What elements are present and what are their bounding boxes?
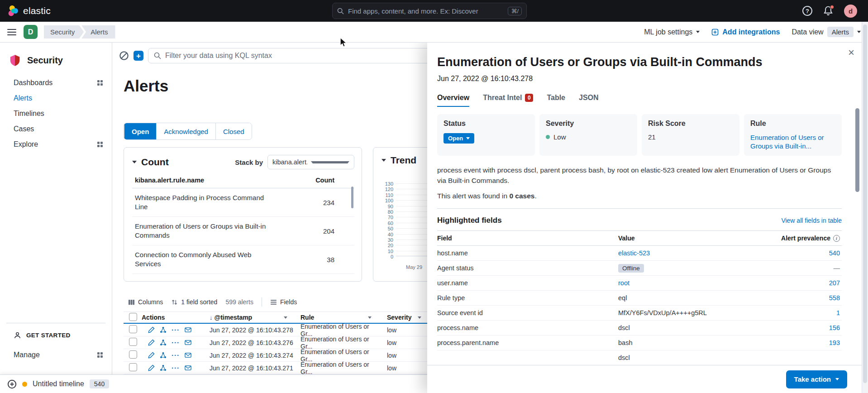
sidebar-item[interactable]: Dashboards	[0, 75, 112, 91]
analyze-event-icon[interactable]	[160, 364, 167, 371]
add-timeline-icon[interactable]	[7, 379, 17, 389]
field-prevalence[interactable]: —	[834, 264, 840, 272]
row-checkbox[interactable]	[129, 363, 137, 371]
column-menu-icon[interactable]	[284, 316, 287, 319]
scrollbar-thumb[interactable]	[863, 24, 867, 383]
data-view-picker[interactable]: Data view Alerts	[792, 27, 861, 37]
tab-table[interactable]: Table	[547, 94, 565, 107]
add-to-timeline-icon[interactable]	[185, 339, 191, 346]
notifications-bell-icon[interactable]	[823, 6, 833, 16]
get-started-link[interactable]: GET STARTED	[14, 331, 71, 339]
breadcrumb-security[interactable]: Security	[44, 25, 84, 38]
select-all-checkbox[interactable]	[129, 313, 137, 321]
field-value[interactable]: dscl	[618, 354, 630, 361]
analyze-event-icon[interactable]	[160, 339, 167, 346]
sidebar-item-manage[interactable]: Manage	[14, 351, 103, 359]
field-prevalence[interactable]: 540	[829, 249, 840, 257]
timeline-title[interactable]: Untitled timeline	[33, 380, 84, 388]
tab-overview[interactable]: Overview	[437, 94, 469, 107]
close-icon[interactable]: ×	[848, 47, 854, 58]
sidebar-item[interactable]: Timelines	[0, 106, 112, 121]
sidebar-item[interactable]: Alerts	[0, 91, 112, 106]
field-value[interactable]: Offline	[618, 264, 644, 273]
edit-alert-icon[interactable]	[148, 339, 155, 346]
collapse-chevron-icon[interactable]	[132, 161, 137, 163]
alert-rule[interactable]: Enumeration of Users or Gr...	[297, 361, 382, 375]
fields-button[interactable]: Fields	[270, 298, 297, 306]
status-badge[interactable]: Open	[444, 133, 474, 144]
help-icon[interactable]: ?	[802, 6, 812, 16]
alert-status-filter-button[interactable]: Closed	[215, 123, 252, 139]
alert-status-filter-button[interactable]: Open	[124, 123, 156, 139]
row-checkbox[interactable]	[129, 325, 137, 333]
global-search-input[interactable]	[348, 7, 504, 15]
sort-fields-button[interactable]: 1 field sorted	[171, 298, 217, 306]
field-prevalence[interactable]: 1	[836, 309, 840, 316]
row-checkbox[interactable]	[129, 338, 137, 346]
rule-column-header[interactable]: Rule	[297, 314, 382, 321]
stack-by-select[interactable]: kibana.alert.rule.na...	[267, 155, 354, 169]
add-to-timeline-icon[interactable]	[185, 352, 191, 359]
sidebar-item[interactable]: Cases	[0, 121, 112, 137]
add-to-timeline-icon[interactable]	[185, 326, 191, 333]
alert-severity: low	[382, 352, 431, 359]
add-to-timeline-icon[interactable]	[185, 364, 191, 371]
more-actions-icon[interactable]: ···	[172, 339, 180, 346]
field-value[interactable]: root	[618, 279, 630, 287]
take-action-button[interactable]: Take action	[786, 370, 847, 388]
alert-row[interactable]: ··· Jun 27, 2022 @ 16:10:43.278 Enumerat…	[124, 324, 440, 336]
tab-threat-intel[interactable]: Threat Intel 0	[483, 94, 533, 107]
timeline-bottom-bar[interactable]: Untitled timeline 540	[0, 374, 427, 393]
add-integrations-button[interactable]: Add integrations	[711, 28, 780, 36]
edit-alert-icon[interactable]	[148, 326, 155, 333]
more-actions-icon[interactable]: ···	[172, 364, 180, 372]
column-menu-icon[interactable]	[368, 316, 372, 319]
field-value[interactable]: bash	[618, 339, 632, 346]
info-icon[interactable]: i	[833, 235, 840, 242]
edit-alert-icon[interactable]	[148, 352, 155, 359]
row-checkbox[interactable]	[129, 350, 137, 359]
analyze-event-icon[interactable]	[160, 326, 167, 333]
flyout-scrollbar[interactable]	[855, 108, 859, 192]
severity-column-header[interactable]: Severity	[382, 314, 431, 321]
edit-alert-icon[interactable]	[148, 364, 155, 371]
elastic-home-link[interactable]: elastic	[0, 5, 51, 17]
menu-icon[interactable]	[7, 29, 16, 35]
add-filter-icon[interactable]: +	[134, 51, 143, 61]
field-value[interactable]: eql	[618, 294, 627, 302]
tab-json[interactable]: JSON	[579, 94, 599, 107]
more-actions-icon[interactable]: ···	[172, 351, 180, 359]
column-menu-icon[interactable]	[418, 316, 421, 319]
field-value[interactable]: MfX/Y6Fs/VDxUp/A++++g5RL	[618, 309, 707, 316]
timestamp-column-header[interactable]: ↓ @timestamp	[209, 314, 297, 321]
global-search-bar[interactable]: ⌘/	[332, 3, 527, 19]
count-table-row[interactable]: Whitespace Padding in Process Command Li…	[132, 188, 354, 217]
count-table-row[interactable]: Enumeration of Users or Groups via Built…	[132, 217, 354, 245]
count-table-row[interactable]: Connection to Commonly Abused Web Servic…	[132, 245, 354, 274]
count-scrollbar[interactable]	[351, 187, 353, 208]
analyze-event-icon[interactable]	[160, 352, 167, 359]
alert-row[interactable]: ··· Jun 27, 2022 @ 16:10:43.271 Enumerat…	[124, 362, 440, 374]
field-prevalence[interactable]: 207	[829, 279, 840, 287]
ml-job-settings-button[interactable]: ML job settings	[644, 28, 700, 36]
columns-button[interactable]: Columns	[128, 298, 163, 306]
user-avatar[interactable]: d	[844, 5, 857, 18]
sidebar-item[interactable]: Explore	[0, 137, 112, 152]
field-value[interactable]: dscl	[618, 324, 630, 331]
alert-row[interactable]: ··· Jun 27, 2022 @ 16:10:43.274 Enumerat…	[124, 349, 440, 362]
field-prevalence[interactable]: 558	[829, 294, 840, 302]
collapse-chevron-icon[interactable]	[382, 159, 386, 162]
app-header: D Security Alerts ML job settings Add in…	[0, 22, 868, 43]
exclude-filter-icon[interactable]	[119, 51, 129, 61]
rule-link[interactable]: Enumeration of Users or Groups via Built…	[750, 134, 824, 150]
severity-dot-icon	[546, 135, 550, 139]
field-prevalence[interactable]: 193	[829, 339, 840, 346]
field-prevalence[interactable]: 156	[829, 324, 840, 331]
more-actions-icon[interactable]: ···	[172, 326, 180, 334]
alert-row[interactable]: ··· Jun 27, 2022 @ 16:10:43.276 Enumerat…	[124, 336, 440, 349]
space-avatar[interactable]: D	[24, 25, 38, 39]
alert-status-filter-button[interactable]: Acknowledged	[156, 123, 215, 139]
view-all-fields-link[interactable]: View all fields in table	[781, 217, 842, 224]
field-value[interactable]: elastic-523	[618, 249, 650, 257]
page-scrollbar[interactable]	[862, 22, 868, 393]
